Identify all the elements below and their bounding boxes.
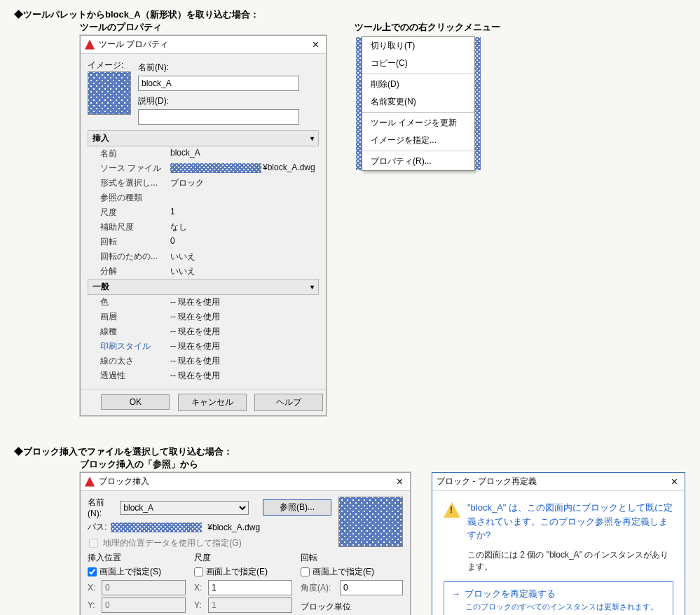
browse-button[interactable]: 参照(B)... <box>263 499 331 516</box>
autocad-icon <box>85 477 95 487</box>
prop-key: 回転 <box>100 236 170 248</box>
prop-row[interactable]: 尺度1 <box>88 205 319 220</box>
prop-key: 回転のための... <box>100 251 170 263</box>
prop-value: ブロック <box>170 177 319 189</box>
rotation-group: 回転 画面上で指定(E) 角度(A): ブロック単位 単位: 係数: <box>301 552 403 615</box>
close-icon[interactable]: × <box>310 40 322 50</box>
prop-key: 画層 <box>100 311 170 323</box>
menu-item[interactable]: 切り取り(T) <box>362 37 474 55</box>
menu-item[interactable]: 名前変更(N) <box>362 93 474 111</box>
image-label: イメージ: <box>88 60 131 71</box>
prop-key: 尺度 <box>100 207 170 219</box>
prop-row[interactable]: 回転0 <box>88 235 319 249</box>
prop-value: 0 <box>170 236 319 248</box>
rot-onscreen-checkbox[interactable] <box>301 567 310 576</box>
prop-key: 名前 <box>100 148 170 160</box>
menu-separator <box>362 74 474 74</box>
prop-value: いいえ <box>170 251 319 263</box>
prop-row[interactable]: 参照の種類 <box>88 191 319 205</box>
prop-row[interactable]: 画層-- 現在を使用 <box>88 310 319 324</box>
geo-checkbox <box>89 539 98 548</box>
block-insert-title: ブロック挿入 <box>99 476 149 488</box>
scale-x-input[interactable] <box>208 580 292 595</box>
ok-button[interactable]: OK <box>101 394 170 410</box>
autocad-icon <box>85 40 95 50</box>
menu-item[interactable]: コピー(C) <box>362 55 474 72</box>
prop-key: 色 <box>100 296 170 308</box>
group-insert-head[interactable]: 挿入 ▾ <box>88 130 319 146</box>
name-input[interactable] <box>138 76 299 91</box>
prop-row[interactable]: 印刷スタイル-- 現在を使用 <box>88 339 319 354</box>
tool-props-title: ツール プロパティ <box>99 39 168 50</box>
prop-row[interactable]: 色-- 現在を使用 <box>88 295 319 310</box>
prop-row[interactable]: ソース ファイル¥block_A.dwg <box>88 161 319 176</box>
prop-key: 透過性 <box>100 370 170 382</box>
cancel-button[interactable]: キャンセル <box>178 394 247 411</box>
prop-row[interactable]: 形式を選択し...ブロック <box>88 176 319 191</box>
arrow-icon: → <box>451 588 460 599</box>
prop-value: 1 <box>170 207 319 219</box>
titlebar: ツール プロパティ × <box>81 36 326 54</box>
properties-panel: 挿入 ▾ 名前block_Aソース ファイル¥block_A.dwg形式を選択し… <box>88 130 319 383</box>
name-label: 名前(N): <box>138 62 173 74</box>
desc-label: 説明(D): <box>138 95 173 107</box>
prop-value: -- 現在を使用 <box>170 340 319 352</box>
redef-info: この図面には 2 個の "block_A" のインスタンスがあります。 <box>467 549 673 573</box>
prop-value: いいえ <box>170 265 319 277</box>
prop-row[interactable]: 線の太さ-- 現在を使用 <box>88 354 319 368</box>
menu-item[interactable]: プロパティ(R)... <box>362 153 474 170</box>
tool-properties-dialog: ツール プロパティ × イメージ: 名前(N): <box>80 35 327 416</box>
scale-y-input <box>208 597 292 613</box>
prop-value: block_A <box>170 148 319 160</box>
scale-group: 尺度 画面上で指定(E) X: Y: Z: XYZ 尺度を均一に設定(U) <box>194 552 294 615</box>
prop-value: ¥block_A.dwg <box>170 163 319 174</box>
bi-name-label: 名前(N): <box>88 497 116 518</box>
prop-row[interactable]: 補助尺度なし <box>88 220 319 235</box>
prop-row[interactable]: 分解いいえ <box>88 264 319 279</box>
pos-onscreen-checkbox[interactable] <box>88 567 97 576</box>
menu-separator <box>362 151 474 151</box>
help-button[interactable]: ヘルプ <box>254 394 323 411</box>
prop-row[interactable]: 透過性-- 現在を使用 <box>88 368 319 383</box>
prop-key: 補助尺度 <box>100 221 170 233</box>
menu-item[interactable]: イメージを指定... <box>362 132 474 149</box>
prop-value <box>170 192 319 204</box>
pos-y-input <box>102 597 186 613</box>
angle-input[interactable] <box>340 580 403 595</box>
bi-thumbnail <box>338 497 403 547</box>
desc-input[interactable] <box>138 109 299 125</box>
prop-key: 分解 <box>100 265 170 277</box>
prop-key: 形式を選択し... <box>100 177 170 189</box>
close-icon[interactable]: × <box>394 477 406 487</box>
prop-value: なし <box>170 221 319 233</box>
prop-row[interactable]: 名前block_A <box>88 146 319 161</box>
prop-value: -- 現在を使用 <box>170 311 319 323</box>
close-icon[interactable]: × <box>668 477 680 487</box>
prop-row[interactable]: 回転のための...いいえ <box>88 249 319 264</box>
tool-props-label: ツールのプロパティ <box>80 21 327 34</box>
ctx-menu-label: ツール上でのの右クリックメニュー <box>355 21 500 34</box>
chevron-down-icon: ▾ <box>310 134 314 142</box>
context-menu: 切り取り(T)コピー(C)削除(D)名前変更(N)ツール イメージを更新イメージ… <box>362 36 475 171</box>
option-redefine[interactable]: →ブロックを再定義する このブロックのすべてのインスタンスは更新されます。 <box>444 581 673 616</box>
block-redefine-dialog: ブロック - ブロック再定義 × "block_A" は、この図面内にブロックと… <box>432 472 685 615</box>
insert-position-group: 挿入位置 画面上で指定(S) X: Y: Z: <box>88 552 187 615</box>
menu-item[interactable]: 削除(D) <box>362 76 474 93</box>
pos-x-input <box>102 580 186 595</box>
section2-sub: ブロック挿入の「参照」から <box>80 458 686 471</box>
redef-message: "block_A" は、この図面内にブロックとして既に定義されています。このブロ… <box>467 501 673 542</box>
prop-row[interactable]: 線種-- 現在を使用 <box>88 324 319 339</box>
scale-onscreen-checkbox[interactable] <box>194 567 203 576</box>
prop-value: -- 現在を使用 <box>170 326 319 338</box>
bi-path-value: ¥block_A.dwg <box>207 523 260 532</box>
prop-key: 線の太さ <box>100 355 170 367</box>
bi-path-label: パス: <box>88 521 107 533</box>
path-hidden-prefix <box>111 523 202 532</box>
tool-thumbnail[interactable] <box>88 71 131 115</box>
menu-item[interactable]: ツール イメージを更新 <box>362 114 474 132</box>
group-general-head[interactable]: 一般 ▾ <box>88 279 319 295</box>
prop-value: -- 現在を使用 <box>170 370 319 382</box>
bi-name-select[interactable]: block_A <box>120 501 249 515</box>
section2-title: ◆ブロック挿入でファイルを選択して取り込む場合： <box>14 445 686 458</box>
menu-separator <box>362 112 474 113</box>
